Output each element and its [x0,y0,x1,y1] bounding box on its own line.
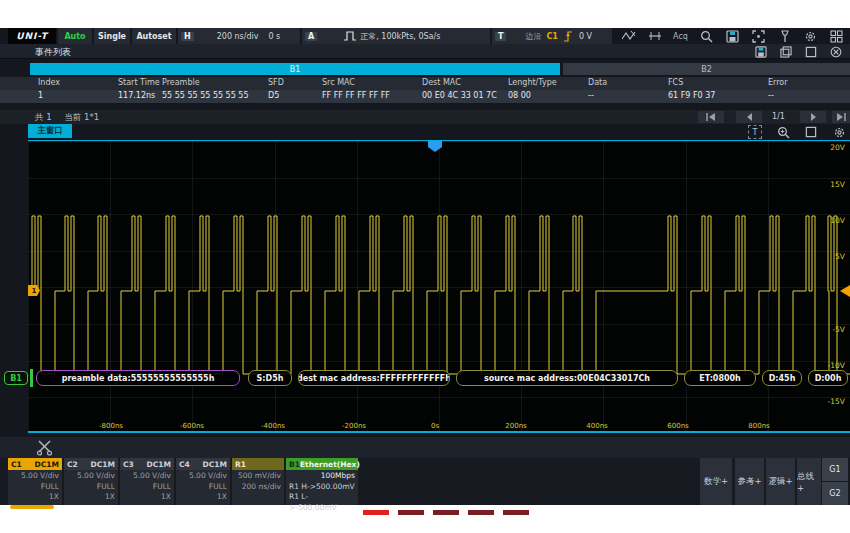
event-maximize-icon[interactable] [804,45,817,58]
trigger-level: 0 V [579,32,592,41]
group-button-g2[interactable]: G2 [822,482,848,505]
cell-value: -- [768,91,774,100]
decode-field: ET:0800h [684,370,756,386]
bus-tab-b2[interactable]: B2 [563,63,850,75]
channel-status-strip: C1DC1M5.00 V/divFULL1XC2DC1M5.00 V/divFU… [0,458,850,505]
last-page-button[interactable] [832,111,850,123]
cell-value: FF FF FF FF FF FF [322,91,390,100]
trigger-control[interactable]: T 边沿 C1 0 V [492,28,612,44]
cell-value: 61 F9 F0 37 [668,91,715,100]
bus-high-threshold: R1 H->500.00mV [289,482,355,493]
time-label: 400ns [586,422,607,430]
measure-icon[interactable] [647,29,662,44]
horizontal-control[interactable]: H 200 ns/div 0 s [178,28,300,44]
main-window-icons: T [748,125,846,139]
decode-field: S:D5h [248,370,292,386]
time-label: -400ns [261,422,285,430]
time-label: 800ns [748,422,769,430]
cell-value: 1 [38,91,43,100]
channel-coupling: DC1M [91,460,115,469]
maximize-window-icon[interactable] [804,125,818,139]
cell-value: 55 55 55 55 55 55 55 [162,91,249,100]
bottom-tool-strip [0,437,850,458]
column-header: Preamble [162,78,200,87]
main-window-tab[interactable]: 主窗口 [28,124,72,138]
decode-field: D:00h [808,370,848,386]
channel-setting: 5.00 V/div [133,471,171,482]
window-layout-icon[interactable] [829,29,844,44]
channel-setting: FULL [97,482,115,493]
channel-id: C2 [67,460,78,469]
text-annotation-icon[interactable]: T [748,125,762,139]
channel-box-c4[interactable]: C4DC1M5.00 V/divFULL1X [176,458,230,505]
cell-value: D5 [268,91,279,100]
menu-button-1[interactable]: 参考+ [735,458,764,505]
acquire-control[interactable]: A 正常, 100kPts, 0Sa/s [302,28,490,44]
close-all-windows-icon[interactable] [36,439,54,456]
trigger-position-marker[interactable] [427,141,443,153]
run-state-button[interactable]: Auto [58,28,92,44]
red-dash [398,510,424,515]
fullscreen-icon[interactable] [751,29,766,44]
event-list-window-icons [754,45,842,58]
channel-id: C4 [179,460,190,469]
trigger-level-arrow[interactable] [840,285,850,297]
first-page-button[interactable] [698,111,724,123]
voltage-label: 5V [835,252,845,261]
menu-button-0[interactable]: 数学+ [700,458,732,505]
search-icon[interactable] [699,29,714,44]
bus1-track-badge[interactable]: B1 [4,371,28,385]
event-close-icon[interactable] [829,45,842,58]
menu-button-3[interactable]: 总线+ [797,458,821,505]
channel-setting: FULL [209,482,227,493]
time-label: 600ns [667,422,688,430]
channel-box-c2[interactable]: C2DC1M5.00 V/divFULL1X [64,458,118,505]
group-button-g1[interactable]: G1 [822,458,848,481]
bus-tab-b1[interactable]: B1 [30,63,560,75]
save-icon[interactable] [725,29,740,44]
zoom-icon[interactable] [776,125,790,139]
next-page-button[interactable] [800,111,826,123]
horizontal-label: H [181,32,194,41]
cell-value: 00 E0 4C 33 01 7C [422,91,497,100]
trigger-type: 边沿 [525,31,541,42]
channel-box-c3[interactable]: C3DC1M5.00 V/divFULL1X [120,458,174,505]
menu-button-2[interactable]: 逻辑+ [766,458,795,505]
display-area: UNI-T Auto Single Autoset H 200 ns/div 0… [0,28,850,505]
pager-total: 共 1 [35,112,52,122]
oscilloscope-screen: UNI-T Auto Single Autoset H 200 ns/div 0… [0,0,850,533]
column-header: Data [588,78,607,87]
channel-box-c1[interactable]: C1DC1M5.00 V/divFULL1X [8,458,62,505]
ref-timebase: 200 ns/div [242,482,281,493]
red-dash [363,510,389,515]
channel-setting: 1X [105,492,115,503]
ref-id: R1 [235,460,246,469]
time-label: 0s [431,422,439,430]
bus-decode-box[interactable]: B1Ethernet(Hex) 100Mbps R1 H->500.00mV R… [286,458,358,505]
time-label: 200ns [505,422,526,430]
autoset-button[interactable]: Autoset [132,28,176,44]
probe-adjust-icon[interactable] [777,29,792,44]
frame-start-tick [30,369,33,387]
channel-setting: FULL [153,482,171,493]
brand-logo: UNI-T [8,28,56,44]
settings-gear-icon[interactable] [803,29,818,44]
event-save-icon[interactable] [754,45,767,58]
acq-icon[interactable]: Acq [673,29,688,44]
ref-channel-box[interactable]: R1 500 mV/div 200 ns/div [232,458,284,505]
channel-setting: 5.00 V/div [189,471,227,482]
cursor-icon[interactable] [621,29,636,44]
cell-value: 08 00 [508,91,531,100]
trigger-source: C1 [546,32,557,41]
event-table-row[interactable]: 1117.12ns55 55 55 55 55 55 55D5FF FF FF … [0,90,850,103]
horizontal-offset: 0 s [268,32,280,41]
single-button[interactable]: Single [94,28,130,44]
event-export-icon[interactable] [779,45,792,58]
prev-page-button[interactable] [736,111,762,123]
page-indicator: 1/1 [772,112,785,121]
window-settings-gear-icon[interactable] [832,125,846,139]
channel-coupling: DC1M [35,460,59,469]
cell-value: -- [588,91,594,100]
bus-type: Ethernet(Hex) [300,460,360,469]
bus-low-threshold: R1 L->-500.00mV [289,492,355,513]
